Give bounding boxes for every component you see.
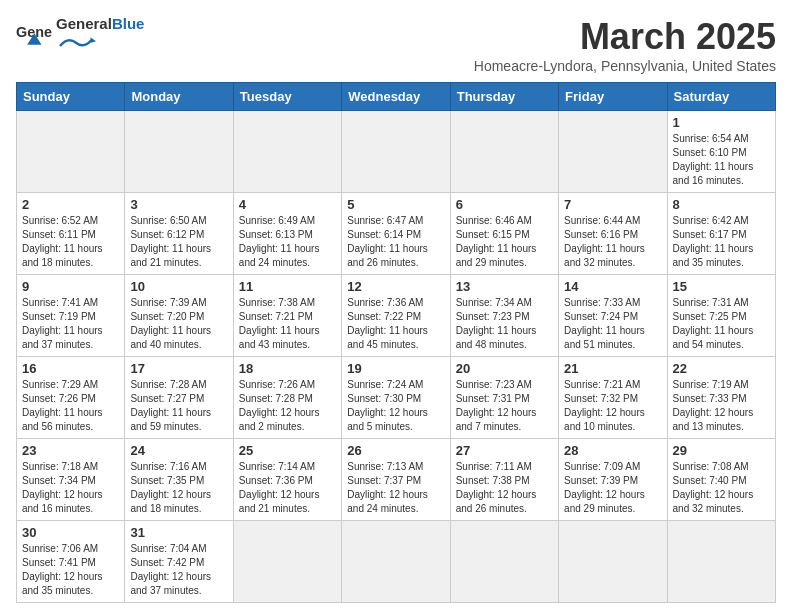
day-number: 8 [673, 197, 770, 212]
day-number: 28 [564, 443, 661, 458]
weekday-header-wednesday: Wednesday [342, 83, 450, 111]
title-area: March 2025 Homeacre-Lyndora, Pennsylvani… [474, 16, 776, 74]
day-number: 13 [456, 279, 553, 294]
calendar-cell: 29Sunrise: 7:08 AM Sunset: 7:40 PM Dayli… [667, 439, 775, 521]
day-number: 23 [22, 443, 119, 458]
day-number: 22 [673, 361, 770, 376]
day-number: 6 [456, 197, 553, 212]
day-info: Sunrise: 6:47 AM Sunset: 6:14 PM Dayligh… [347, 214, 444, 270]
calendar-week-5: 30Sunrise: 7:06 AM Sunset: 7:41 PM Dayli… [17, 521, 776, 603]
day-number: 18 [239, 361, 336, 376]
weekday-header-monday: Monday [125, 83, 233, 111]
day-info: Sunrise: 7:04 AM Sunset: 7:42 PM Dayligh… [130, 542, 227, 598]
calendar-cell [125, 111, 233, 193]
day-info: Sunrise: 7:33 AM Sunset: 7:24 PM Dayligh… [564, 296, 661, 352]
day-info: Sunrise: 6:52 AM Sunset: 6:11 PM Dayligh… [22, 214, 119, 270]
calendar-cell: 13Sunrise: 7:34 AM Sunset: 7:23 PM Dayli… [450, 275, 558, 357]
day-info: Sunrise: 7:09 AM Sunset: 7:39 PM Dayligh… [564, 460, 661, 516]
calendar-cell: 3Sunrise: 6:50 AM Sunset: 6:12 PM Daylig… [125, 193, 233, 275]
calendar-cell [342, 111, 450, 193]
calendar-cell: 4Sunrise: 6:49 AM Sunset: 6:13 PM Daylig… [233, 193, 341, 275]
calendar-cell [450, 111, 558, 193]
calendar-cell: 5Sunrise: 6:47 AM Sunset: 6:14 PM Daylig… [342, 193, 450, 275]
day-number: 11 [239, 279, 336, 294]
day-number: 24 [130, 443, 227, 458]
calendar-cell [233, 111, 341, 193]
page-header: General GeneralBlue March 2025 Homeacre-… [16, 16, 776, 74]
calendar-cell: 28Sunrise: 7:09 AM Sunset: 7:39 PM Dayli… [559, 439, 667, 521]
day-number: 20 [456, 361, 553, 376]
day-number: 7 [564, 197, 661, 212]
day-info: Sunrise: 6:54 AM Sunset: 6:10 PM Dayligh… [673, 132, 770, 188]
day-info: Sunrise: 6:46 AM Sunset: 6:15 PM Dayligh… [456, 214, 553, 270]
calendar-week-2: 9Sunrise: 7:41 AM Sunset: 7:19 PM Daylig… [17, 275, 776, 357]
day-number: 25 [239, 443, 336, 458]
calendar-cell: 30Sunrise: 7:06 AM Sunset: 7:41 PM Dayli… [17, 521, 125, 603]
calendar-cell: 22Sunrise: 7:19 AM Sunset: 7:33 PM Dayli… [667, 357, 775, 439]
calendar-cell: 18Sunrise: 7:26 AM Sunset: 7:28 PM Dayli… [233, 357, 341, 439]
day-info: Sunrise: 7:19 AM Sunset: 7:33 PM Dayligh… [673, 378, 770, 434]
calendar-cell: 24Sunrise: 7:16 AM Sunset: 7:35 PM Dayli… [125, 439, 233, 521]
calendar-week-4: 23Sunrise: 7:18 AM Sunset: 7:34 PM Dayli… [17, 439, 776, 521]
day-number: 21 [564, 361, 661, 376]
logo: General GeneralBlue [16, 16, 144, 55]
day-info: Sunrise: 7:26 AM Sunset: 7:28 PM Dayligh… [239, 378, 336, 434]
calendar-cell: 15Sunrise: 7:31 AM Sunset: 7:25 PM Dayli… [667, 275, 775, 357]
calendar-cell [17, 111, 125, 193]
calendar-week-3: 16Sunrise: 7:29 AM Sunset: 7:26 PM Dayli… [17, 357, 776, 439]
day-info: Sunrise: 7:34 AM Sunset: 7:23 PM Dayligh… [456, 296, 553, 352]
calendar-cell [450, 521, 558, 603]
weekday-header-tuesday: Tuesday [233, 83, 341, 111]
day-info: Sunrise: 6:49 AM Sunset: 6:13 PM Dayligh… [239, 214, 336, 270]
weekday-header-saturday: Saturday [667, 83, 775, 111]
location-subtitle: Homeacre-Lyndora, Pennsylvania, United S… [474, 58, 776, 74]
weekday-header-thursday: Thursday [450, 83, 558, 111]
calendar-cell: 14Sunrise: 7:33 AM Sunset: 7:24 PM Dayli… [559, 275, 667, 357]
calendar-cell: 16Sunrise: 7:29 AM Sunset: 7:26 PM Dayli… [17, 357, 125, 439]
day-number: 19 [347, 361, 444, 376]
calendar-cell [559, 111, 667, 193]
day-number: 16 [22, 361, 119, 376]
logo-blue: Blue [112, 15, 145, 32]
day-info: Sunrise: 7:41 AM Sunset: 7:19 PM Dayligh… [22, 296, 119, 352]
day-info: Sunrise: 7:38 AM Sunset: 7:21 PM Dayligh… [239, 296, 336, 352]
day-info: Sunrise: 7:21 AM Sunset: 7:32 PM Dayligh… [564, 378, 661, 434]
day-info: Sunrise: 7:24 AM Sunset: 7:30 PM Dayligh… [347, 378, 444, 434]
day-info: Sunrise: 7:23 AM Sunset: 7:31 PM Dayligh… [456, 378, 553, 434]
day-info: Sunrise: 6:44 AM Sunset: 6:16 PM Dayligh… [564, 214, 661, 270]
calendar-cell [667, 521, 775, 603]
calendar-cell: 8Sunrise: 6:42 AM Sunset: 6:17 PM Daylig… [667, 193, 775, 275]
calendar-cell: 6Sunrise: 6:46 AM Sunset: 6:15 PM Daylig… [450, 193, 558, 275]
day-info: Sunrise: 7:36 AM Sunset: 7:22 PM Dayligh… [347, 296, 444, 352]
day-number: 17 [130, 361, 227, 376]
day-number: 2 [22, 197, 119, 212]
calendar-cell: 25Sunrise: 7:14 AM Sunset: 7:36 PM Dayli… [233, 439, 341, 521]
calendar-cell: 2Sunrise: 6:52 AM Sunset: 6:11 PM Daylig… [17, 193, 125, 275]
day-info: Sunrise: 7:11 AM Sunset: 7:38 PM Dayligh… [456, 460, 553, 516]
day-info: Sunrise: 7:18 AM Sunset: 7:34 PM Dayligh… [22, 460, 119, 516]
logo-icon: General [16, 17, 52, 53]
calendar-cell: 19Sunrise: 7:24 AM Sunset: 7:30 PM Dayli… [342, 357, 450, 439]
weekday-header-sunday: Sunday [17, 83, 125, 111]
day-number: 3 [130, 197, 227, 212]
svg-marker-2 [90, 37, 96, 43]
day-number: 30 [22, 525, 119, 540]
calendar-cell [559, 521, 667, 603]
day-number: 4 [239, 197, 336, 212]
calendar-cell: 9Sunrise: 7:41 AM Sunset: 7:19 PM Daylig… [17, 275, 125, 357]
calendar-cell: 27Sunrise: 7:11 AM Sunset: 7:38 PM Dayli… [450, 439, 558, 521]
month-title: March 2025 [474, 16, 776, 58]
day-info: Sunrise: 7:16 AM Sunset: 7:35 PM Dayligh… [130, 460, 227, 516]
calendar-table: SundayMondayTuesdayWednesdayThursdayFrid… [16, 82, 776, 603]
day-number: 29 [673, 443, 770, 458]
calendar-cell: 10Sunrise: 7:39 AM Sunset: 7:20 PM Dayli… [125, 275, 233, 357]
weekday-header-friday: Friday [559, 83, 667, 111]
day-number: 1 [673, 115, 770, 130]
day-number: 26 [347, 443, 444, 458]
day-info: Sunrise: 6:42 AM Sunset: 6:17 PM Dayligh… [673, 214, 770, 270]
day-info: Sunrise: 7:13 AM Sunset: 7:37 PM Dayligh… [347, 460, 444, 516]
day-number: 15 [673, 279, 770, 294]
day-info: Sunrise: 7:39 AM Sunset: 7:20 PM Dayligh… [130, 296, 227, 352]
calendar-cell: 11Sunrise: 7:38 AM Sunset: 7:21 PM Dayli… [233, 275, 341, 357]
logo-wave [56, 33, 96, 51]
